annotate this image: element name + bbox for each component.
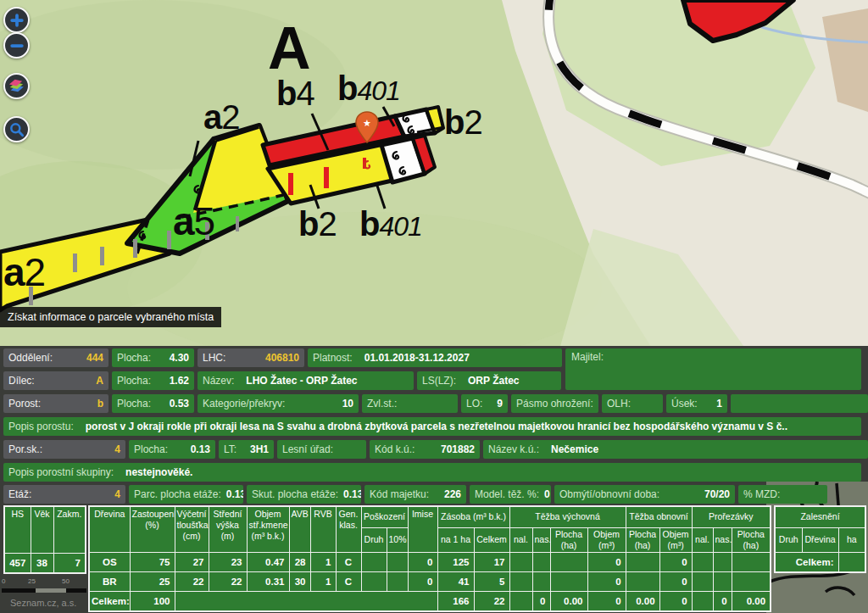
info-panel: Oddělení:444 Plocha:4.30 LHC:406810 Plat… <box>0 346 868 613</box>
field-popis-skupiny: Popis porostní skupiny:nestejnověké. <box>3 463 861 482</box>
field-parc-plocha: Parc. plocha etáže:0.13 <box>129 485 243 504</box>
map-graphics: ★ <box>0 0 868 349</box>
hs-table: HS Věk Zakm. 457 38 7 <box>3 505 86 574</box>
field-lt: LT:3H1 <box>219 440 274 459</box>
field-etaz: Etáž:4 <box>3 485 125 504</box>
info-row-dilec: Dílec:A Plocha:1.62 Název:LHO Žatec - OR… <box>0 371 561 390</box>
zalesneni-table: Zalesnění Druh Dřevina ha Celkem: <box>774 505 866 573</box>
info-row-porsk: Por.sk.:4 Plocha:0.13 LT:3H1 Lesní úřad:… <box>0 440 868 459</box>
table-row-br: BR25 2222 0.3130 1C 041 5 0 0 <box>89 572 771 592</box>
info-row-porost: Porost:b Plocha:0.53 Kategorie/překryv:1… <box>0 394 868 413</box>
info-row-popis-porostu: Popis porostu:porost v J okraji rokle př… <box>0 417 861 436</box>
field-oddeleni: Oddělení:444 <box>3 348 108 367</box>
col-vek: Věk <box>31 506 53 554</box>
scale-tick: 0 <box>2 577 5 585</box>
field-majitel: Majitel: <box>565 348 861 390</box>
map-tooltip: Získat informace o parcele vybraného mís… <box>0 307 221 327</box>
field-plocha-oddeleni: Plocha:4.30 <box>112 348 194 367</box>
map-canvas[interactable]: ★ A a2 b4 b401 b2 b2 b401 a5 a2 <box>0 0 868 349</box>
search-icon <box>8 121 25 138</box>
col-hs: HS <box>4 506 31 554</box>
field-lesni-urad: Lesní úřad: <box>277 440 366 459</box>
field-spacer <box>731 394 868 413</box>
merged-empty <box>175 592 437 612</box>
field-lhc: LHC:406810 <box>198 348 304 367</box>
scale-bar <box>36 588 66 593</box>
field-usek: Úsek:1 <box>666 394 727 413</box>
info-row-etaz: Etáž:4 Parc. plocha etáže:0.13 Skut. plo… <box>0 485 827 504</box>
scale-tick: 50 <box>62 577 70 585</box>
layers-button[interactable] <box>3 73 30 99</box>
field-zvlst: Zvl.st.: <box>362 394 458 413</box>
col-drevina: Dřevina <box>89 506 130 553</box>
field-porost: Porost:b <box>3 394 108 413</box>
field-olh: OLH: <box>602 394 663 413</box>
field-popis-porostu: Popis porostu:porost v J okraji rokle př… <box>3 417 861 436</box>
field-porsk: Por.sk.:4 <box>3 440 125 459</box>
field-plocha-porsk: Plocha:0.13 <box>129 440 215 459</box>
plus-icon <box>8 12 25 29</box>
table-row: 457 38 7 <box>4 554 86 574</box>
map-attribution-link[interactable]: Seznam.cz, a.s. <box>10 598 76 608</box>
svg-text:★: ★ <box>363 118 371 128</box>
scale-tick: 25 <box>28 577 36 585</box>
minus-icon <box>8 37 25 54</box>
field-lslz: LS(LZ):ORP Žatec <box>417 371 561 390</box>
field-mzd: % MZD: <box>738 485 827 504</box>
field-nazev: Název:LHO Žatec - ORP Žatec <box>198 371 414 390</box>
field-model-tez: Model. těž. %:0 <box>470 485 551 504</box>
field-dilec: Dílec:A <box>3 371 108 390</box>
field-pasmo: Pásmo ohrožení:D <box>511 394 598 413</box>
field-nazev-ku: Název k.ú.:Nečemice <box>483 440 868 459</box>
zoom-in-button[interactable] <box>3 7 30 33</box>
info-row-popis-skupiny: Popis porostní skupiny:nestejnověké. <box>0 463 861 482</box>
zoom-out-button[interactable] <box>3 32 30 59</box>
scale-bar <box>66 588 86 593</box>
table-row-os: OS75 2723 0.4728 1C 0125 17 0 0 <box>89 553 771 572</box>
table-row-sum: Celkem:100 16622 0 0.000 0.000 0 0.00 <box>89 592 771 612</box>
field-plocha-dilec: Plocha:1.62 <box>112 371 194 390</box>
app-window: ★ A a2 b4 b401 b2 b2 b401 a5 a2 <box>0 0 868 613</box>
info-row-oddeleni: Oddělení:444 Plocha:4.30 LHC:406810 Plat… <box>0 348 562 367</box>
field-lo: LO:9 <box>461 394 508 413</box>
field-obmyti: Obmýtí/obnovní doba:70/20 <box>554 485 735 504</box>
scale-bar <box>2 588 36 593</box>
layers-icon <box>8 77 25 95</box>
field-plocha-porost: Plocha:0.53 <box>112 394 194 413</box>
field-kod-ku: Kód k.ú.:701882 <box>370 440 480 459</box>
field-skut-plocha: Skut. plocha etáže:0.13 <box>247 485 361 504</box>
stand-table: Dřevina Zastoupení (%) Výčetní tloušťka … <box>88 505 771 612</box>
search-button[interactable] <box>3 116 30 142</box>
field-kategorie: Kategorie/překryv:10 <box>198 394 359 413</box>
table-row-zales-sum: Celkem: <box>775 553 865 573</box>
field-platnost: Platnost:01.01.2018-31.12.2027 <box>308 348 562 367</box>
field-kod-majetku: Kód majetku:226 <box>364 485 466 504</box>
col-zakm: Zakm. <box>53 506 86 554</box>
